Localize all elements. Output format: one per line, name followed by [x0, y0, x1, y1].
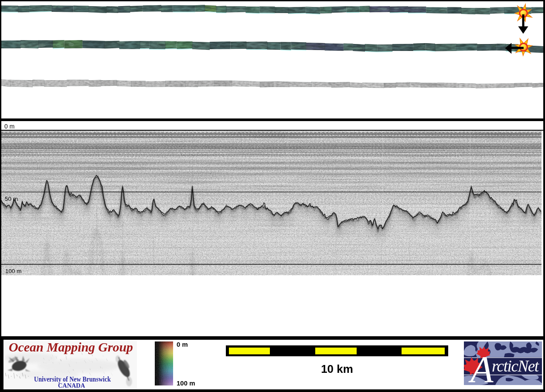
svg-text:0 m: 0 m [4, 123, 14, 130]
svg-text:Ocean Mapping Group: Ocean Mapping Group [9, 340, 133, 354]
svg-text:100 m: 100 m [177, 379, 195, 387]
svg-text:A: A [468, 348, 494, 390]
svg-text:CANADA: CANADA [58, 382, 85, 389]
svg-text:100 m: 100 m [5, 268, 22, 274]
svg-text:0 m: 0 m [177, 341, 188, 348]
svg-text:10 km: 10 km [321, 362, 353, 375]
svg-text:50 m: 50 m [5, 196, 18, 202]
svg-text:rcticNet: rcticNet [492, 357, 540, 375]
